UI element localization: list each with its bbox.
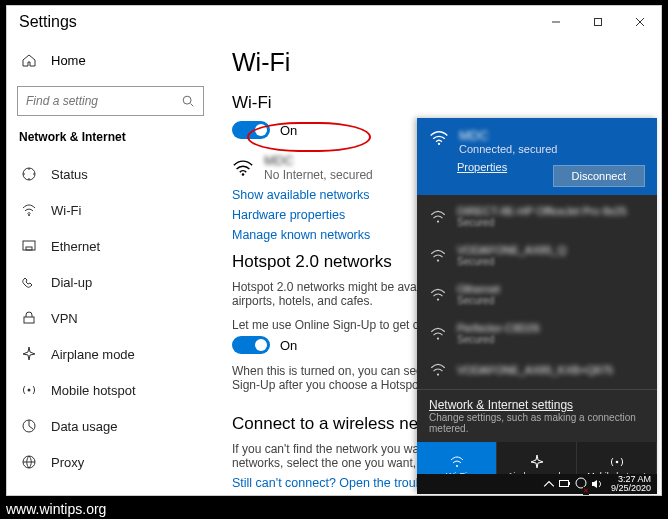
svg-point-4 (183, 96, 191, 104)
airplane-icon (21, 346, 37, 362)
taskbar-tray: 3:27 AM 9/25/2020 (417, 474, 657, 494)
disconnect-button[interactable]: Disconnect (553, 165, 645, 187)
dialup-icon (21, 274, 37, 290)
wifi-icon (21, 202, 37, 218)
chevron-up-icon[interactable] (543, 478, 555, 490)
wifi-lock-icon (429, 208, 447, 226)
wifi-lock-icon (429, 286, 447, 304)
svg-rect-23 (559, 481, 568, 487)
flyout-current-network[interactable]: MDC Connected, secured Properties Discon… (417, 118, 657, 195)
sidebar-item-status[interactable]: Status (17, 156, 204, 192)
network-flyout: MDC Connected, secured Properties Discon… (417, 118, 657, 492)
current-network-status: No Internet, secured (264, 168, 373, 182)
svg-point-22 (615, 460, 618, 463)
svg-point-21 (456, 465, 458, 467)
svg-rect-1 (595, 19, 602, 26)
minimize-button[interactable] (535, 6, 577, 38)
svg-point-16 (437, 220, 439, 222)
svg-rect-9 (26, 247, 32, 250)
flyout-net-name: MDC (459, 128, 557, 143)
sidebar-item-label: Airplane mode (51, 347, 135, 362)
svg-point-19 (437, 337, 439, 339)
flyout-properties-link[interactable]: Properties (457, 161, 507, 173)
flyout-settings-link[interactable]: Network & Internet settings (429, 398, 645, 412)
wifi-icon (232, 157, 254, 179)
sidebar-item-dialup[interactable]: Dial-up (17, 264, 204, 300)
svg-point-11 (28, 389, 31, 392)
svg-line-5 (191, 104, 194, 107)
wifi-toggle-state: On (280, 123, 297, 138)
flyout-network-item[interactable]: OthernetSecured (417, 275, 657, 314)
sidebar-item-wifi[interactable]: Wi-Fi (17, 192, 204, 228)
airplane-icon (529, 454, 545, 470)
flyout-network-item[interactable]: VODAFONE_AX85_KXB+Q875 (417, 353, 657, 387)
home-icon (21, 52, 37, 68)
hotspot-icon (609, 454, 625, 470)
wifi-lock-icon (429, 247, 447, 265)
sidebar-item-label: Data usage (51, 419, 118, 434)
sidebar-item-proxy[interactable]: Proxy (17, 444, 204, 480)
sidebar-item-label: Dial-up (51, 275, 92, 290)
sidebar-item-label: VPN (51, 311, 78, 326)
flyout-network-item[interactable]: DIRECT-8E-HP OfficeJet Pro 8x25Secured (417, 197, 657, 236)
sidebar-item-vpn[interactable]: VPN (17, 300, 204, 336)
sidebar-item-hotspot[interactable]: Mobile hotspot (17, 372, 204, 408)
sidebar-item-label: Mobile hotspot (51, 383, 136, 398)
hotspot-toggle[interactable] (232, 336, 270, 354)
svg-point-20 (437, 373, 439, 375)
home-label: Home (51, 53, 86, 68)
page-title: Wi-Fi (232, 48, 639, 77)
svg-rect-8 (23, 241, 35, 250)
flyout-settings-sub: Change settings, such as making a connec… (429, 412, 645, 434)
tray-clock[interactable]: 3:27 AM 9/25/2020 (611, 475, 651, 493)
volume-icon[interactable] (591, 478, 603, 490)
svg-point-18 (437, 298, 439, 300)
sidebar-item-label: Proxy (51, 455, 84, 470)
status-icon (21, 166, 37, 182)
svg-point-14 (242, 173, 245, 176)
data-icon (21, 418, 37, 434)
home-nav[interactable]: Home (17, 44, 204, 76)
svg-point-15 (438, 143, 440, 145)
battery-icon[interactable] (559, 478, 571, 490)
sidebar-item-label: Ethernet (51, 239, 100, 254)
svg-point-17 (437, 259, 439, 261)
search-input[interactable] (26, 94, 181, 108)
sidebar-heading: Network & Internet (19, 130, 204, 144)
wifi-lock-icon (429, 361, 447, 379)
flyout-network-list: DIRECT-8E-HP OfficeJet Pro 8x25SecuredVO… (417, 195, 657, 389)
svg-rect-10 (24, 317, 34, 323)
flyout-network-item[interactable]: Perfector-C8D26Secured (417, 314, 657, 353)
window-title: Settings (19, 13, 77, 31)
wifi-lock-icon (429, 325, 447, 343)
sidebar-item-ethernet[interactable]: Ethernet (17, 228, 204, 264)
vpn-icon (21, 310, 37, 326)
hotspot-icon (21, 382, 37, 398)
close-button[interactable] (619, 6, 661, 38)
ethernet-icon (21, 238, 37, 254)
proxy-icon (21, 454, 37, 470)
wifi-icon (429, 128, 449, 148)
maximize-button[interactable] (577, 6, 619, 38)
svg-point-25 (576, 478, 586, 488)
sidebar-item-datausage[interactable]: Data usage (17, 408, 204, 444)
wifi-toggle[interactable] (232, 121, 270, 139)
sidebar-item-label: Wi-Fi (51, 203, 81, 218)
sidebar-item-airplane[interactable]: Airplane mode (17, 336, 204, 372)
hotspot-toggle-state: On (280, 338, 297, 353)
wifi-icon (449, 454, 465, 470)
flyout-network-item[interactable]: VODAFONE_AX85_QSecured (417, 236, 657, 275)
sidebar-item-label: Status (51, 167, 88, 182)
search-icon (181, 94, 195, 108)
svg-rect-24 (569, 482, 570, 485)
network-tray-icon[interactable] (575, 475, 587, 493)
svg-point-7 (28, 214, 30, 216)
current-network-name: MDC (264, 153, 373, 168)
search-input-wrap[interactable] (17, 86, 204, 116)
watermark: www.wintips.org (6, 501, 106, 517)
flyout-net-status: Connected, secured (459, 143, 557, 155)
wifi-subheading: Wi-Fi (232, 93, 639, 113)
